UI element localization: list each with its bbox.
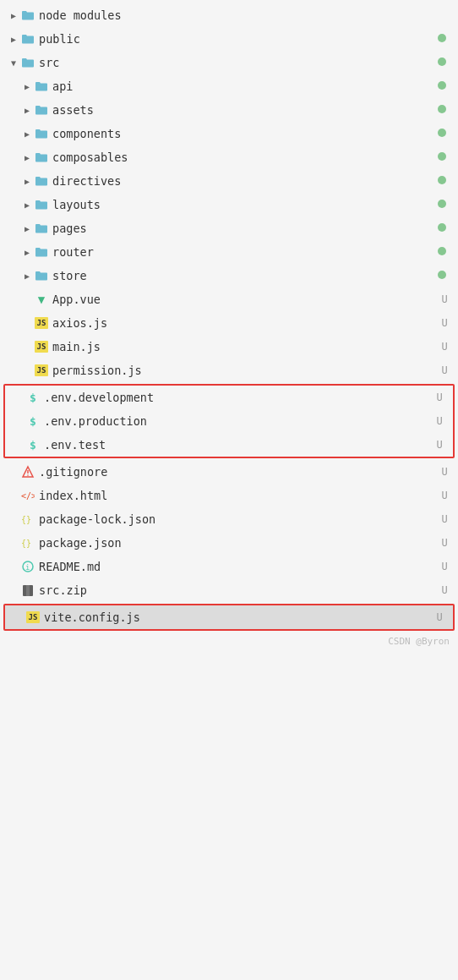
tree-item-env-development[interactable]: $ .env.development U [5, 386, 453, 409]
item-label: vite.config.js [44, 610, 433, 624]
tree-item-env-production[interactable]: $ .env.production U [5, 409, 453, 433]
json-file-icon: {} [20, 536, 35, 550]
item-label: components [52, 127, 438, 140]
status-badge: U [433, 415, 453, 427]
js-file-icon: JS [34, 316, 49, 330]
folder-icon [34, 222, 49, 235]
arrow-icon [20, 198, 34, 211]
status-dot [438, 222, 458, 234]
item-label: .env.test [44, 438, 433, 452]
item-label: public [39, 32, 438, 46]
status-badge: U [433, 391, 453, 403]
status-dot [438, 57, 458, 68]
tree-item-env-test[interactable]: $ .env.test U [5, 433, 453, 457]
tree-item-composables[interactable]: composables [0, 145, 458, 169]
tree-item-package-lock-json[interactable]: {} package-lock.json U [0, 507, 458, 531]
svg-text:</>: </> [21, 491, 35, 501]
tree-item-src-zip[interactable]: src.zip U [0, 578, 458, 602]
tree-item-components[interactable]: components [0, 122, 458, 145]
tree-item-package-json[interactable]: {} package.json U [0, 531, 458, 555]
md-file-icon: i [20, 560, 35, 573]
tree-item-src[interactable]: src [0, 51, 458, 74]
zip-file-icon [20, 583, 35, 597]
folder-icon [34, 174, 49, 188]
status-badge: U [433, 439, 453, 451]
arrow-icon [20, 269, 34, 282]
tree-item-axios-js[interactable]: JS axios.js U [0, 311, 458, 335]
file-tree: node_modules public src api [0, 0, 458, 636]
svg-point-2 [27, 474, 29, 476]
status-badge: U [438, 466, 458, 478]
html-file-icon: </> [20, 489, 35, 502]
tree-item-node-modules[interactable]: node_modules [0, 3, 458, 27]
folder-icon [34, 127, 49, 140]
watermark: CSDN @Byron [0, 636, 458, 652]
item-label: .gitignore [39, 465, 438, 479]
item-label: main.js [52, 340, 438, 353]
tree-item-public[interactable]: public [0, 27, 458, 51]
status-dot [438, 199, 458, 211]
tree-item-readme-md[interactable]: i README.md U [0, 555, 458, 578]
tree-item-permission-js[interactable]: JS permission.js U [0, 359, 458, 382]
status-dot [438, 80, 458, 92]
json-file-icon: {} [20, 512, 35, 526]
svg-text:{}: {} [21, 515, 31, 524]
tree-item-index-html[interactable]: </> index.html U [0, 484, 458, 507]
status-badge: U [438, 317, 458, 329]
item-label: .env.development [44, 391, 433, 404]
status-dot [438, 128, 458, 140]
folder-icon [34, 79, 49, 93]
item-label: axios.js [52, 316, 438, 330]
status-dot [438, 104, 458, 116]
status-dot [438, 270, 458, 282]
tree-item-main-js[interactable]: JS main.js U [0, 335, 458, 359]
tree-item-store[interactable]: store [0, 264, 458, 287]
env-red-border-group: $ .env.development U $ .env.production U… [3, 384, 455, 458]
arrow-icon [20, 222, 34, 235]
arrow-icon [20, 103, 34, 117]
item-label: src [39, 56, 438, 69]
folder-icon [34, 151, 49, 164]
status-badge: U [438, 364, 458, 376]
tree-item-assets[interactable]: assets [0, 98, 458, 122]
tree-item-api[interactable]: api [0, 74, 458, 98]
item-label: composables [52, 151, 438, 164]
env-file-icon: $ [25, 438, 41, 452]
tree-item-app-vue[interactable]: ▼ App.vue U [0, 287, 458, 311]
item-label: pages [52, 222, 438, 235]
tree-item-layouts[interactable]: layouts [0, 193, 458, 216]
folder-icon [34, 103, 49, 117]
vite-config-red-border: JS vite.config.js U [3, 604, 455, 631]
item-label: assets [52, 103, 438, 117]
status-dot [438, 151, 458, 163]
tree-item-vite-config-js[interactable]: JS vite.config.js U [5, 605, 453, 629]
svg-text:i: i [25, 563, 30, 572]
tree-item-directives[interactable]: directives [0, 169, 458, 193]
arrow-icon [20, 245, 34, 259]
status-badge: U [438, 341, 458, 353]
js-file-icon: JS [34, 340, 49, 353]
folder-icon [34, 198, 49, 211]
folder-icon [20, 32, 35, 46]
arrow-icon [7, 56, 20, 69]
item-label: package-lock.json [39, 512, 438, 526]
item-label: layouts [52, 198, 438, 211]
item-label: permission.js [52, 364, 438, 377]
status-dot [438, 33, 458, 45]
vue-file-icon: ▼ [34, 293, 49, 306]
item-label: App.vue [52, 293, 438, 306]
status-badge: U [438, 293, 458, 305]
status-dot [438, 175, 458, 187]
status-badge: U [438, 561, 458, 572]
status-badge: U [438, 513, 458, 525]
arrow-icon [7, 8, 20, 22]
git-file-icon [20, 465, 35, 479]
item-label: .env.production [44, 414, 433, 428]
tree-item-gitignore[interactable]: .gitignore U [0, 460, 458, 484]
arrow-icon [20, 79, 34, 93]
tree-item-pages[interactable]: pages [0, 216, 458, 240]
item-label: index.html [39, 489, 438, 502]
status-badge: U [438, 584, 458, 596]
item-label: src.zip [39, 583, 438, 597]
tree-item-router[interactable]: router [0, 240, 458, 264]
